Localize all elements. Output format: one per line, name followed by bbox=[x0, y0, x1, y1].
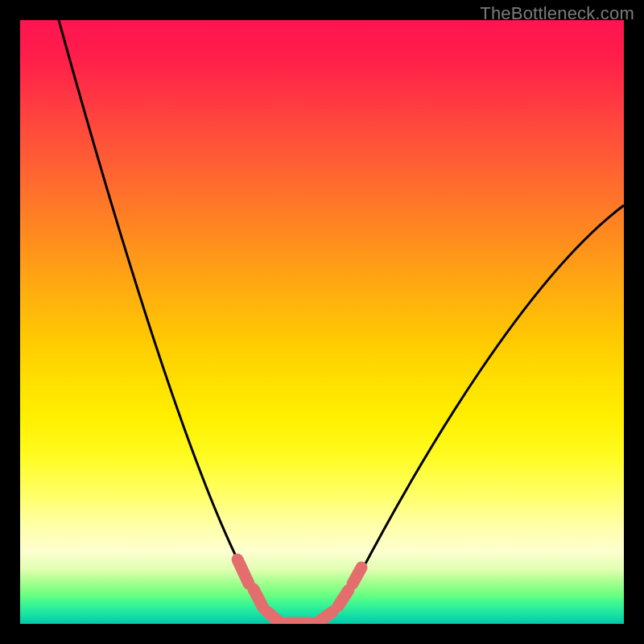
valley-marker-segment bbox=[353, 568, 361, 584]
valley-marker-segment bbox=[237, 559, 249, 584]
valley-marker-segment bbox=[254, 589, 263, 608]
chart-svg bbox=[20, 20, 624, 624]
chart-frame bbox=[20, 20, 624, 624]
valley-marker-segment bbox=[267, 612, 279, 622]
bottleneck-curve bbox=[59, 20, 624, 622]
valley-marker-segment bbox=[338, 590, 349, 606]
valley-marker-group bbox=[237, 559, 361, 623]
valley-marker-segment bbox=[318, 612, 332, 622]
